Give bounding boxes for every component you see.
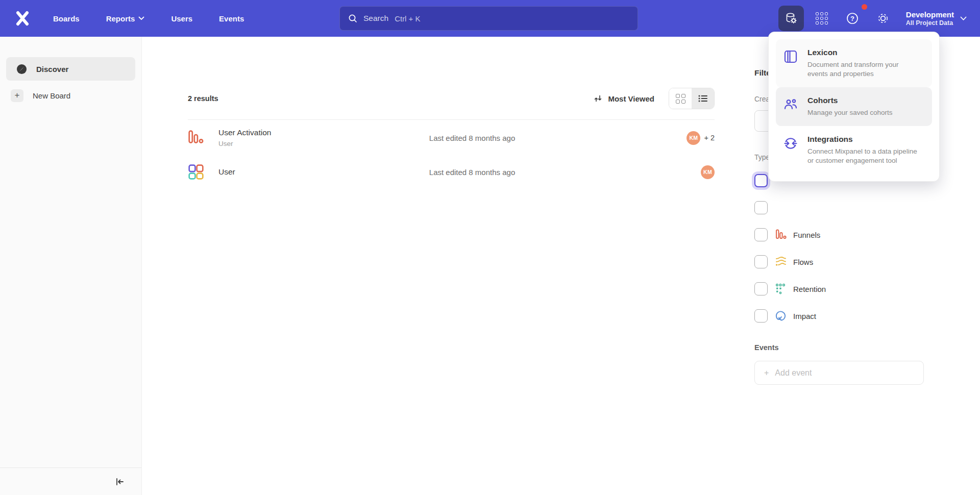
collapse-left-icon (115, 478, 124, 486)
menu-item-text: Cohorts Manage your saved cohorts (807, 96, 893, 117)
funnel-chart-icon (188, 130, 204, 146)
menu-item-lexicon[interactable]: Lexicon Document and transform your even… (776, 39, 932, 87)
result-text: User (218, 167, 429, 177)
board-icon (188, 164, 204, 180)
search-input[interactable]: Search Ctrl + K (339, 6, 638, 31)
help-button[interactable]: ? (840, 6, 865, 31)
sidebar-item-label: New Board (33, 91, 70, 100)
menu-item-text: Lexicon Document and transform your even… (807, 48, 920, 79)
project-switcher[interactable]: Development All Project Data (906, 10, 967, 27)
menu-item-title: Cohorts (807, 96, 893, 105)
result-subtitle: User (218, 140, 429, 147)
sort-arrows-icon (594, 94, 603, 103)
sidebar-item-label: Discover (36, 65, 68, 73)
lexicon-icon (783, 49, 798, 64)
menu-item-title: Integrations (807, 135, 920, 144)
collapse-sidebar-button[interactable] (112, 474, 127, 489)
search-icon (348, 14, 357, 23)
type-option-funnels[interactable]: Funnels (754, 228, 980, 242)
result-title: User Activation (218, 128, 429, 137)
data-management-button[interactable] (778, 6, 804, 31)
grid-dots-icon (816, 12, 828, 24)
result-people: KM (658, 165, 715, 179)
result-title: User (218, 167, 429, 177)
compass-icon (16, 64, 27, 75)
checkbox[interactable] (754, 201, 768, 214)
checkbox[interactable] (754, 174, 768, 187)
search-placeholder: Search (363, 14, 388, 23)
help-icon: ? (845, 11, 860, 26)
checkbox[interactable] (754, 309, 768, 323)
menu-item-integrations[interactable]: Integrations Connect Mixpanel to a data … (776, 126, 932, 174)
nav-boards[interactable]: Boards (53, 14, 80, 23)
sidebar-footer (0, 467, 141, 495)
type-option-retention[interactable]: Retention (754, 282, 980, 296)
plus-icon: + (11, 89, 23, 102)
list-view-button[interactable] (692, 88, 714, 109)
menu-item-cohorts[interactable]: Cohorts Manage your saved cohorts (776, 87, 932, 126)
result-row[interactable]: User Last edited 8 months ago KM (188, 156, 715, 188)
menu-item-title: Lexicon (807, 48, 920, 57)
svg-text:?: ? (850, 15, 854, 22)
funnels-icon (775, 229, 787, 241)
events-section-label: Events (754, 343, 980, 352)
view-toggle (669, 88, 715, 109)
type-option-flows[interactable]: Flows (754, 255, 980, 269)
project-name: Development (906, 10, 954, 20)
sort-label: Most Viewed (608, 94, 654, 103)
result-text: User Activation User (218, 128, 429, 147)
add-event-label: Add event (775, 368, 812, 378)
sidebar-item-new-board[interactable]: + New Board (6, 84, 135, 107)
notification-dot (862, 4, 867, 10)
result-edited: Last edited 8 months ago (429, 168, 658, 177)
nav-reports[interactable]: Reports (106, 14, 145, 23)
type-option-impact[interactable]: Impact (754, 309, 980, 323)
database-gear-icon (785, 12, 798, 25)
nav-reports-label: Reports (106, 14, 135, 23)
result-row[interactable]: User Activation User Last edited 8 month… (188, 120, 715, 156)
avatar-extra-count: + 2 (704, 134, 715, 142)
chevron-down-icon (138, 16, 144, 20)
result-edited: Last edited 8 months ago (429, 134, 658, 142)
flows-icon (775, 256, 787, 268)
results-header: 2 results Most Viewed (188, 88, 715, 120)
retention-icon (775, 283, 787, 295)
chevron-down-icon (960, 16, 967, 21)
integrations-icon (783, 136, 798, 151)
sidebar: Discover + New Board (0, 37, 142, 495)
results-count: 2 results (188, 94, 218, 103)
checkbox[interactable] (754, 282, 768, 295)
type-option[interactable] (754, 201, 980, 215)
type-option-label: Impact (793, 312, 816, 320)
grid-view-icon (676, 94, 685, 104)
result-people: KM + 2 (658, 131, 715, 145)
add-event-button[interactable]: + Add event (754, 361, 924, 385)
gear-icon (876, 11, 890, 26)
type-filter-list: Funnels Flows (754, 174, 980, 323)
avatar[interactable]: KM (701, 165, 715, 179)
avatar[interactable]: KM (687, 131, 700, 145)
apps-grid-button[interactable] (809, 6, 835, 31)
sort-control[interactable]: Most Viewed (594, 94, 654, 103)
project-subtitle: All Project Data (906, 19, 954, 27)
primary-nav: Boards Reports Users Events (53, 14, 244, 23)
type-option-label: Retention (793, 285, 826, 293)
menu-item-description: Manage your saved cohorts (807, 108, 893, 117)
nav-users[interactable]: Users (171, 14, 192, 23)
nav-events[interactable]: Events (219, 14, 244, 23)
checkbox[interactable] (754, 255, 768, 268)
checkbox[interactable] (754, 228, 768, 241)
plus-icon: + (764, 368, 769, 378)
results-area: 2 results Most Viewed (142, 37, 754, 495)
search-shortcut-hint: Ctrl + K (395, 14, 420, 23)
type-option-label: Flows (793, 258, 813, 266)
settings-button[interactable] (870, 6, 896, 31)
data-management-dropdown: Lexicon Document and transform your even… (768, 32, 940, 182)
impact-icon (775, 310, 787, 322)
menu-item-description: Connect Mixpanel to a data pipeline or c… (807, 147, 920, 165)
type-option-label: Funnels (793, 231, 820, 239)
sidebar-item-discover[interactable]: Discover (6, 57, 135, 81)
menu-item-description: Document and transform your events and p… (807, 60, 920, 79)
mixpanel-logo-icon[interactable] (13, 9, 32, 28)
grid-view-button[interactable] (669, 88, 692, 109)
